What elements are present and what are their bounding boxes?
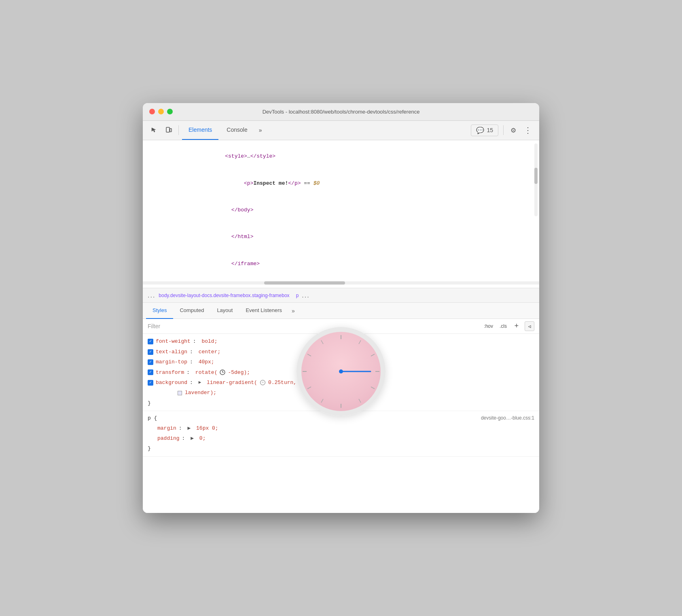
devtools-toolbar: Elements Console » 💬 15 ⚙ ⋮: [143, 121, 539, 140]
svg-line-9: [371, 387, 375, 389]
dom-line-4: </html>: [143, 224, 539, 251]
tab-computed[interactable]: Computed: [173, 303, 210, 319]
minimize-button[interactable]: [158, 109, 164, 114]
settings-icon[interactable]: ⚙: [507, 124, 520, 137]
dom-hscrollbar[interactable]: [143, 281, 539, 285]
svg-rect-1: [170, 129, 172, 132]
breadcrumb-dots[interactable]: ...: [148, 292, 155, 299]
hov-button[interactable]: :hov: [482, 323, 495, 330]
clock-icon-inline[interactable]: [220, 369, 225, 375]
panel-tabs: Styles Computed Layout Event Listeners »: [143, 303, 539, 319]
dom-line-3: </body>: [143, 197, 539, 224]
dom-scrollbar[interactable]: [534, 143, 538, 216]
clock-center-dot: [339, 369, 343, 373]
css-checkbox-margin-top[interactable]: [148, 359, 153, 365]
dom-hscrollbar-thumb[interactable]: [264, 281, 345, 285]
svg-line-16: [321, 340, 323, 344]
dom-scrollbar-thumb[interactable]: [534, 168, 538, 184]
minus-circle-icon[interactable]: −: [260, 380, 265, 385]
more-options-icon[interactable]: ⋮: [521, 124, 534, 137]
dom-line-1: <style>…</style>: [143, 143, 539, 170]
dom-viewer: <style>…</style> <p>Inspect me!</p> == $…: [143, 140, 539, 289]
breadcrumb-more[interactable]: ...: [302, 292, 309, 299]
clock-face: [297, 327, 385, 416]
window-controls: [149, 109, 173, 114]
css-checkbox-text-align[interactable]: [148, 349, 153, 355]
dom-line-5: </iframe>: [143, 251, 539, 277]
chat-icon: 💬: [476, 127, 484, 134]
close-button[interactable]: [149, 109, 155, 114]
css-checkbox-font-weight[interactable]: [148, 339, 153, 344]
svg-line-13: [307, 387, 311, 389]
css-rule-block-2: p { devsite-goo…-blue.css:1 margin: ▶ 16…: [143, 411, 539, 457]
svg-line-7: [371, 354, 375, 356]
styles-panel: Filter :hov .cls + ◁ font-weight: bold; …: [143, 319, 539, 513]
css-checkbox-transform[interactable]: [148, 369, 153, 375]
toolbar-sep-1: [178, 125, 179, 135]
svg-line-10: [359, 399, 361, 403]
clock-popup: [297, 327, 385, 416]
breadcrumb-main[interactable]: body.devsite-layout-docs.devsite-framebo…: [159, 293, 289, 298]
css-checkbox-background[interactable]: [148, 380, 153, 386]
margin-expand-arrow[interactable]: ▶: [187, 424, 191, 433]
breadcrumb-bar: ... body.devsite-layout-docs.devsite-fra…: [143, 288, 539, 303]
tab-event-listeners[interactable]: Event Listeners: [239, 303, 288, 319]
chat-badge[interactable]: 💬 15: [471, 124, 498, 136]
clock-hand: [341, 371, 371, 372]
maximize-button[interactable]: [167, 109, 173, 114]
inspect-element-icon[interactable]: [148, 124, 161, 137]
cls-button[interactable]: .cls: [498, 323, 508, 330]
filter-actions: :hov .cls + ◁: [482, 321, 534, 331]
tab-elements[interactable]: Elements: [182, 120, 218, 140]
dom-line-2: <p>Inspect me!</p> == $0: [143, 170, 539, 197]
gradient-expand-arrow[interactable]: ▶: [199, 379, 201, 387]
lavender-swatch[interactable]: [178, 391, 182, 395]
window-title: DevTools - localhost:8080/web/tools/chro…: [263, 109, 420, 115]
svg-rect-0: [166, 127, 169, 132]
css-prop-padding: padding: ▶ 0;: [148, 433, 534, 443]
titlebar: DevTools - localhost:8080/web/tools/chro…: [143, 103, 539, 121]
css-selector-p: p {: [148, 413, 157, 423]
tab-layout[interactable]: Layout: [210, 303, 239, 319]
tab-console[interactable]: Console: [220, 120, 254, 140]
device-toolbar-icon[interactable]: [162, 124, 175, 137]
sidebar-toggle-button[interactable]: ◁: [525, 321, 534, 331]
css-source-2[interactable]: devsite-goo…-blue.css:1: [481, 414, 534, 423]
svg-line-15: [307, 354, 311, 356]
tab-styles[interactable]: Styles: [146, 303, 173, 319]
svg-line-6: [359, 340, 361, 344]
chat-count: 15: [487, 127, 493, 133]
css-close-brace-2: }: [148, 443, 534, 454]
toolbar-more-tabs[interactable]: »: [256, 125, 265, 135]
breadcrumb-end[interactable]: p: [296, 293, 299, 298]
panel-tab-more[interactable]: »: [288, 306, 298, 316]
css-prop-margin: margin: ▶ 16px 0;: [148, 423, 534, 433]
add-rule-button[interactable]: +: [512, 321, 521, 331]
svg-line-12: [321, 399, 323, 403]
padding-expand-arrow[interactable]: ▶: [191, 434, 194, 443]
devtools-window: DevTools - localhost:8080/web/tools/chro…: [143, 103, 539, 513]
toolbar-sep-2: [503, 125, 504, 135]
